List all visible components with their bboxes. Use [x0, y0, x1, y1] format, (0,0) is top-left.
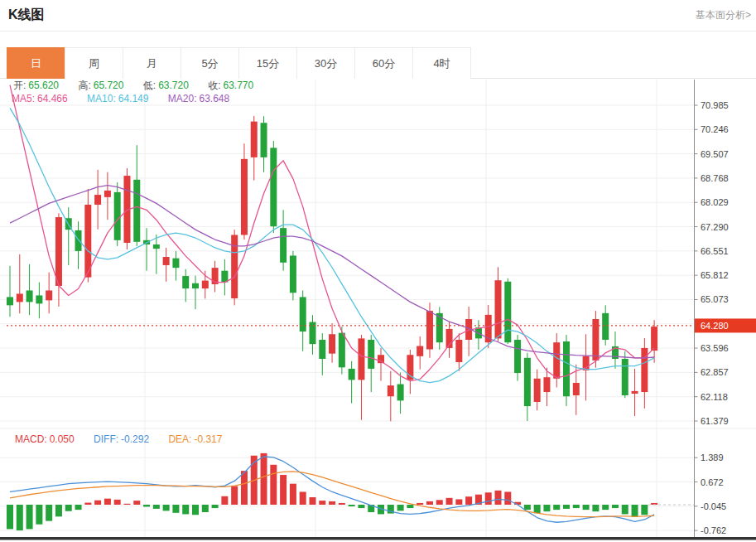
ohlc-legend: 开:65.620 高:65.720 低:63.720 收:63.770 — [13, 79, 256, 93]
macd-legend: MACD:0.050 DIFF:-0.292 DEA:-0.317 — [15, 433, 224, 445]
axis-tick-label: 62.118 — [701, 392, 728, 402]
ma10-label: MA10: — [87, 93, 116, 104]
macd-value: 0.050 — [50, 433, 75, 445]
axis-tick-label: 69.507 — [701, 149, 729, 159]
low-label: 低: — [143, 80, 156, 91]
axis-tick-label: 1.389 — [701, 452, 724, 462]
axis-tick-label: 0.672 — [701, 477, 724, 487]
axis-tick-label: 65.812 — [701, 270, 729, 280]
bottom-border — [0, 537, 756, 540]
dea-value: -0.317 — [194, 433, 222, 445]
diff-value: -0.292 — [121, 433, 149, 445]
ma10-value: 64.149 — [118, 93, 149, 104]
candles — [7, 116, 657, 421]
close-label: 收: — [208, 80, 220, 91]
macd-label: MACD: — [15, 433, 47, 445]
axis-tick-label: 68.029 — [701, 197, 729, 207]
ma5-label: MA5: — [12, 93, 35, 104]
axis-tick-label: 62.857 — [701, 367, 729, 377]
axis-tick-label: 70.246 — [701, 124, 729, 134]
ma20-value: 63.648 — [199, 93, 229, 104]
ma20-label: MA20: — [168, 93, 197, 104]
axis-tick-label: 66.551 — [701, 246, 729, 256]
gridlines — [0, 80, 756, 537]
close-value: 63.770 — [224, 80, 254, 91]
axis-tick-label: 61.379 — [701, 416, 729, 426]
axis-tick-label: 63.596 — [701, 343, 729, 353]
dea-line — [10, 472, 654, 517]
open-label: 开: — [13, 80, 26, 91]
diff-label: DIFF: — [94, 433, 118, 445]
axis-tick-label: 67.290 — [701, 222, 729, 232]
low-value: 63.720 — [158, 80, 189, 91]
axis-tick-label: 65.073 — [701, 294, 729, 304]
ma-legend: MA5:64.466 MA10:64.149 MA20:63.648 — [12, 93, 232, 104]
open-value: 65.620 — [28, 80, 59, 91]
axis-tick-label: -0.762 — [701, 525, 726, 535]
svg-text:64.280: 64.280 — [701, 321, 729, 331]
axis-tick-label: 68.768 — [701, 173, 729, 183]
axis-tick-label: -0.045 — [701, 501, 726, 511]
y-axis: 70.98570.24669.50768.76868.02967.29066.5… — [694, 80, 729, 537]
ma5-value: 64.466 — [37, 93, 68, 104]
current-price-badge: 64.280 — [695, 318, 756, 332]
diff-line — [10, 457, 654, 522]
high-value: 65.720 — [94, 80, 124, 91]
dea-label: DEA: — [168, 433, 191, 445]
axis-tick-label: 70.985 — [701, 100, 729, 110]
high-label: 高: — [78, 80, 90, 91]
